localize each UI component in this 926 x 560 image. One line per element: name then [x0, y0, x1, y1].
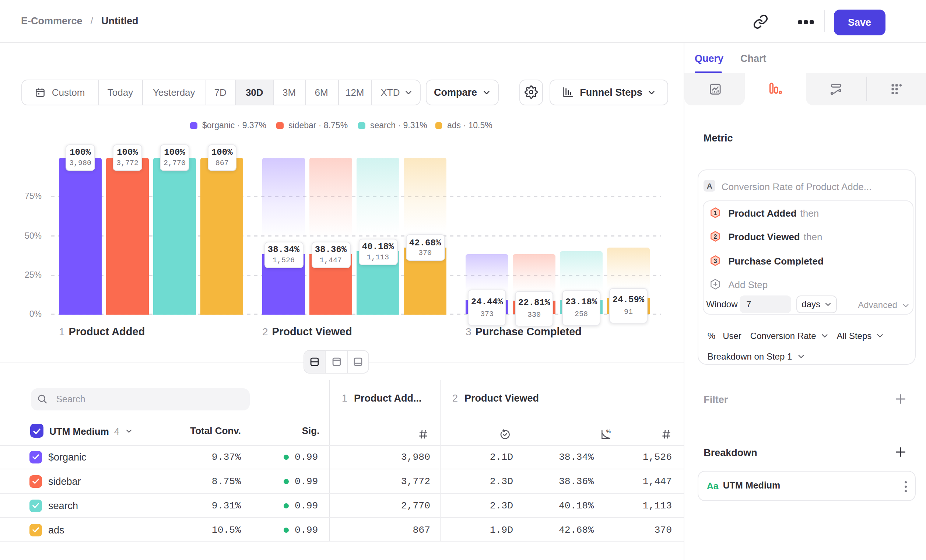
svg-text:1: 1 [713, 209, 717, 216]
svg-text:3: 3 [713, 257, 717, 264]
svg-text:2: 2 [713, 233, 717, 240]
svg-text:%: % [606, 429, 610, 434]
